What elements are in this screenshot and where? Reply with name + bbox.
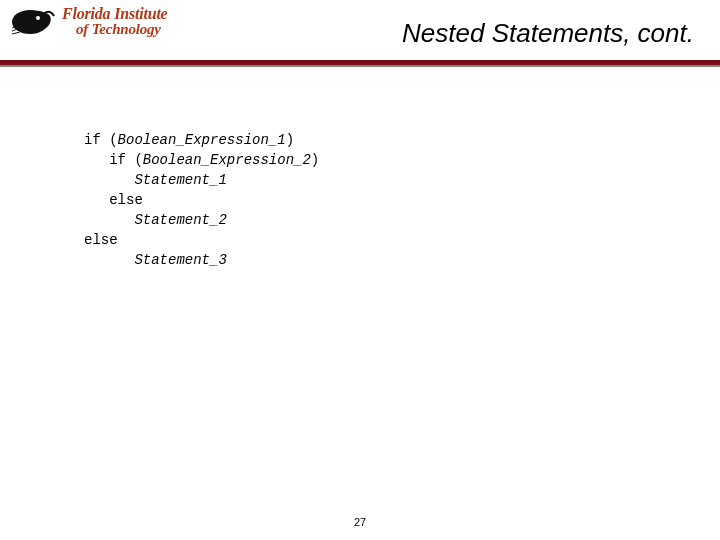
code-l2-expr: Boolean_Expression_2 xyxy=(143,152,311,168)
header: Florida Institute of Technology Nested S… xyxy=(0,0,720,62)
page-number: 27 xyxy=(0,516,720,528)
code-l1-close: ) xyxy=(286,132,294,148)
rule-shadow xyxy=(0,65,720,67)
code-l4: else xyxy=(84,192,143,208)
school-name: Florida Institute of Technology xyxy=(62,6,168,37)
svg-point-1 xyxy=(36,16,40,20)
logo: Florida Institute of Technology xyxy=(8,4,168,38)
panther-icon xyxy=(8,4,56,38)
code-l5: Statement_2 xyxy=(84,212,227,228)
code-l1-kw: if ( xyxy=(84,132,118,148)
code-block: if (Boolean_Expression_1) if (Boolean_Ex… xyxy=(84,130,319,270)
slide-title: Nested Statements, cont. xyxy=(402,18,694,49)
slide: Florida Institute of Technology Nested S… xyxy=(0,0,720,540)
school-line-1: Florida Institute xyxy=(62,6,168,22)
code-l2-kw: if ( xyxy=(84,152,143,168)
code-l7: Statement_3 xyxy=(84,252,227,268)
header-rule xyxy=(0,60,720,68)
code-l1-expr: Boolean_Expression_1 xyxy=(118,132,286,148)
code-l2-close: ) xyxy=(311,152,319,168)
code-l6: else xyxy=(84,232,118,248)
code-l3: Statement_1 xyxy=(84,172,227,188)
school-line-2: of Technology xyxy=(62,22,168,37)
